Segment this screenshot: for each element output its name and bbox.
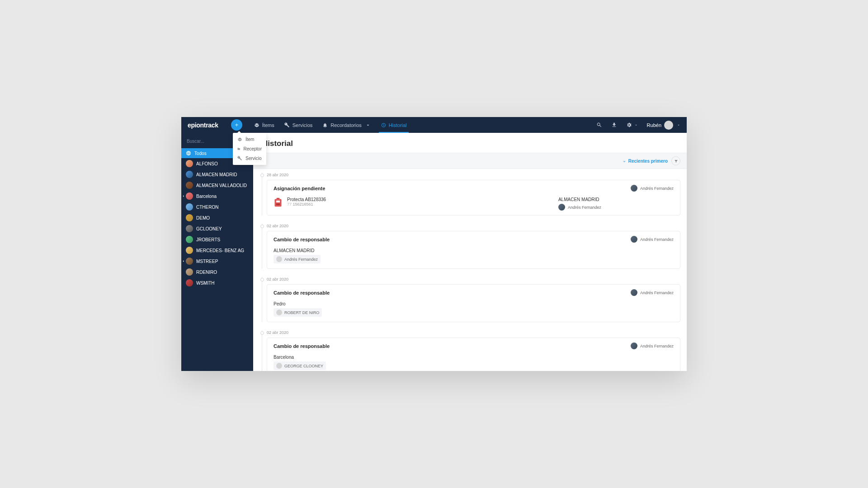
main-nav: Ítems Servicios Recordatorios Historial [254,117,407,133]
chevron-down-icon [677,123,680,127]
location-label: ALMACEN MADRID [274,248,674,253]
avatar [631,289,637,296]
brand-logo: epiontrack [188,122,218,129]
wrench-icon [237,156,242,161]
avatar [276,310,282,315]
nav-items[interactable]: Ítems [254,117,274,133]
chevron-down-icon [634,123,638,127]
sidebar-item[interactable]: Barcelona [181,191,253,202]
sidebar-item-label: MERCEDES- BENZ AG [196,248,244,253]
nav-services[interactable]: Servicios [284,117,313,133]
sidebar-item-label: DEMO [196,216,210,221]
chevron-down-icon [365,122,371,128]
gear-icon [626,122,632,128]
history-card[interactable]: Cambio de responsable Andrés Fernandez B… [267,338,680,371]
sidebar-item-label: WSMITH [196,281,215,286]
sort-button[interactable]: Recientes primero [622,159,668,164]
bell-icon [322,122,328,128]
search-icon[interactable] [596,122,602,128]
page-title: Historial [253,133,687,153]
avatar [186,171,193,178]
add-item-option[interactable]: Ítem [233,135,266,144]
sidebar-item[interactable]: GCLOONEY [181,223,253,234]
avatar [664,121,673,130]
sidebar-item[interactable]: MSTREEP [181,256,253,267]
avatar [631,343,637,349]
item-name: Protecta AB128336 [287,197,326,202]
card-author: Andrés Fernandez [631,289,674,296]
sidebar-item[interactable]: DEMO [181,212,253,223]
settings-menu[interactable] [626,122,638,128]
avatar [186,203,193,211]
author-name: Andrés Fernandez [640,186,674,191]
nav-label: Recordatorios [330,122,361,128]
history-card[interactable]: Cambio de responsable Andrés Fernandez A… [267,231,680,269]
avatar [186,279,193,286]
add-service-option[interactable]: Servicio [233,154,266,163]
card-author: Andrés Fernandez [631,185,674,192]
user-name: Rubén [647,122,661,128]
sidebar-item-label: ALMACEN VALLADOLID [196,183,247,188]
card-body: Protecta AB128336 77 156216561 ALMACEN M… [274,197,674,211]
author-name: Andrés Fernandez [640,344,674,348]
globe-icon [186,150,191,156]
sidebar-item-label: Todos [194,151,207,156]
location-label: Barcelona [274,355,674,360]
item-code: 77 156216561 [287,202,326,206]
add-dropdown: Ítem Receptor Servicio [233,133,266,165]
card-author: Andrés Fernandez [631,236,674,243]
timeline-date: 02 abr 2020 [267,327,680,338]
sidebar-item[interactable]: ALMACEN VALLADOLID [181,180,253,191]
history-card[interactable]: Cambio de responsable Andrés Fernandez P… [267,284,680,322]
location-label: ALMACEN MADRID [558,197,601,202]
history-card[interactable]: Asignación pendiente Andrés Fernandez Pr… [267,180,680,216]
timeline-section: 28 abr 2020 Asignación pendiente Andrés … [259,169,680,216]
chip-label: Andrés Fernandez [284,257,318,262]
card-header: Asignación pendiente Andrés Fernandez [274,185,674,192]
nav-history[interactable]: Historial [381,117,407,133]
avatar [631,236,637,243]
backpack-icon [274,197,283,208]
avatar [186,268,193,276]
sidebar-item[interactable]: WSMITH [181,277,253,288]
sidebar-item-label: JROBERTS [196,237,220,242]
avatar [186,247,193,254]
sidebar-item[interactable]: ALMACEN MADRID [181,169,253,180]
box-icon [237,137,242,142]
folder-icon [237,146,240,151]
download-icon[interactable] [611,122,617,128]
user-name: Andrés Fernandez [568,205,601,210]
main-content: Historial Recientes primero 28 abr 2020 … [253,133,687,371]
filter-button[interactable] [671,156,680,165]
timeline: 28 abr 2020 Asignación pendiente Andrés … [253,169,687,371]
topbar-actions: Rubén [596,121,680,130]
filter-bar: Recientes primero [253,153,687,169]
nav-reminders[interactable]: Recordatorios [322,117,370,133]
chip-label: GEORGE CLOONEY [284,364,323,368]
filter-icon [674,159,678,163]
nav-label: Servicios [292,122,313,128]
card-title: Cambio de responsable [274,237,330,242]
user-chip: ROBERT DE NIRO [274,308,322,317]
user-chip: GEORGE CLOONEY [274,361,326,370]
card-title: Cambio de responsable [274,343,330,349]
location-label: Pedro [274,301,674,306]
caret-right-icon [182,195,185,197]
add-button[interactable] [231,119,242,131]
avatar [186,182,193,189]
user-menu[interactable]: Rubén [647,121,680,130]
card-header: Cambio de responsable Andrés Fernandez [274,343,674,349]
sidebar: Todos ALFONSO ALMACEN MADRID ALMACEN VAL… [181,133,253,371]
caret-right-icon [182,260,185,263]
assigned-user: Andrés Fernandez [558,204,601,211]
topbar: epiontrack Ítems Servicios Recordatorios… [181,117,687,133]
sidebar-item[interactable]: JROBERTS [181,234,253,245]
card-header: Cambio de responsable Andrés Fernandez [274,289,674,296]
card-body: Pedro ROBERT DE NIRO [274,301,674,317]
sidebar-list: Todos ALFONSO ALMACEN MADRID ALMACEN VAL… [181,148,253,288]
sidebar-item[interactable]: RDENIRO [181,267,253,277]
add-receiver-option[interactable]: Receptor [233,144,266,154]
sidebar-item[interactable]: CTHERON [181,202,253,212]
timeline-date: 02 abr 2020 [267,220,680,231]
sidebar-item[interactable]: MERCEDES- BENZ AG [181,245,253,256]
